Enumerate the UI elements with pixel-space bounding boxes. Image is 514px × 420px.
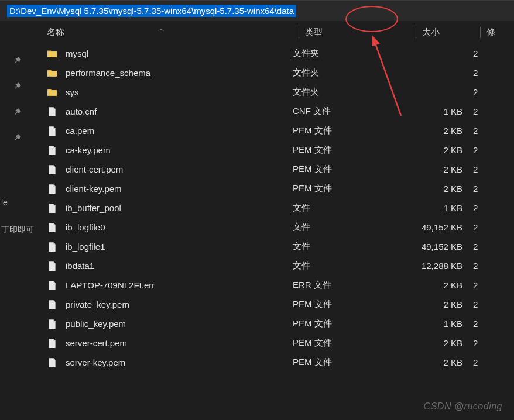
column-header-size[interactable]: 大小 [416, 27, 480, 38]
file-list[interactable]: 名称 ︿ 类型 大小 修 mysql文件夹2performance_schema… [35, 21, 514, 420]
file-type: PEM 文件 [293, 357, 410, 368]
file-row[interactable]: ibdata1文件12,288 KB2 [35, 256, 514, 276]
pin-icon [13, 133, 22, 142]
file-type: PEM 文件 [293, 164, 410, 175]
file-modified: 2 [468, 87, 486, 97]
file-modified: 2 [468, 68, 486, 78]
file-size: 2 KB [410, 145, 468, 155]
sort-indicator-icon: ︿ [158, 25, 165, 33]
file-type: 文件夹 [293, 67, 410, 78]
file-size: 2 KB [410, 280, 468, 290]
column-headers[interactable]: 名称 ︿ 类型 大小 修 [35, 21, 514, 44]
file-size: 2 KB [410, 299, 468, 309]
file-row[interactable]: ib_logfile0文件49,152 KB2 [35, 218, 514, 237]
pin-icon [13, 56, 22, 64]
file-row[interactable]: ib_buffer_pool文件1 KB2 [35, 198, 514, 218]
file-type: PEM 文件 [293, 318, 410, 329]
file-type: PEM 文件 [293, 299, 410, 310]
file-modified: 2 [468, 203, 486, 213]
file-type: PEM 文件 [293, 183, 410, 194]
file-type: 文件 [293, 202, 410, 214]
file-modified: 2 [468, 164, 486, 174]
file-icon [47, 203, 57, 214]
file-icon [47, 319, 57, 329]
file-size: 2 KB [410, 338, 468, 348]
watermark: CSDN @rucoding [424, 401, 502, 412]
file-size: 2 KB [410, 357, 468, 367]
file-modified: 2 [468, 126, 486, 136]
file-row[interactable]: server-key.pemPEM 文件2 KB2 [35, 353, 514, 372]
file-size: 1 KB [410, 203, 468, 213]
file-name: ibdata1 [66, 261, 94, 271]
file-icon [47, 357, 57, 368]
file-type: PEM 文件 [293, 144, 410, 156]
file-size: 1 KB [410, 319, 468, 329]
file-type: 文件 [293, 222, 410, 233]
file-icon [47, 299, 57, 310]
column-header-modified[interactable]: 修 [480, 27, 509, 38]
file-modified: 2 [468, 242, 486, 252]
file-modified: 2 [468, 222, 486, 232]
file-icon [47, 222, 57, 233]
file-row[interactable]: private_key.pemPEM 文件2 KB2 [35, 295, 514, 314]
column-header-name-label: 名称 [47, 27, 64, 37]
file-name: server-cert.pem [66, 338, 127, 348]
file-icon [47, 338, 57, 349]
file-row[interactable]: mysql文件夹2 [35, 44, 514, 63]
file-icon [47, 242, 57, 252]
file-name: mysql [66, 49, 88, 58]
file-modified: 2 [468, 357, 486, 367]
file-row[interactable]: performance_schema文件夹2 [35, 63, 514, 82]
file-row[interactable]: server-cert.pemPEM 文件2 KB2 [35, 333, 514, 353]
file-modified: 2 [468, 299, 486, 309]
address-bar[interactable]: D:\Dev_Env\Mysql 5.7.35\mysql-5.7.35-win… [0, 0, 514, 21]
file-name: ib_logfile0 [66, 222, 105, 232]
file-name: ca-key.pem [66, 145, 110, 155]
column-header-name[interactable]: 名称 ︿ [41, 27, 299, 38]
file-name: public_key.pem [66, 319, 126, 329]
file-name: private_key.pem [66, 299, 129, 309]
file-type: 文件 [293, 241, 410, 252]
file-row[interactable]: client-key.pemPEM 文件2 KB2 [35, 179, 514, 198]
file-row[interactable]: ca-key.pemPEM 文件2 KB2 [35, 140, 514, 160]
file-name: server-key.pem [66, 357, 125, 367]
file-name: sys [66, 87, 79, 97]
folder-icon [47, 68, 57, 78]
file-size: 49,152 KB [410, 242, 468, 252]
file-modified: 2 [468, 261, 486, 271]
file-row[interactable]: sys文件夹2 [35, 82, 514, 102]
file-size: 12,288 KB [410, 261, 468, 271]
file-name: auto.cnf [66, 106, 97, 116]
file-row[interactable]: ib_logfile1文件49,152 KB2 [35, 237, 514, 256]
path-text[interactable]: D:\Dev_Env\Mysql 5.7.35\mysql-5.7.35-win… [7, 5, 296, 17]
file-name: performance_schema [66, 68, 150, 78]
file-row[interactable]: LAPTOP-709NL2FI.errERR 文件2 KB2 [35, 276, 514, 295]
file-type: PEM 文件 [293, 125, 410, 136]
file-modified: 2 [468, 338, 486, 348]
file-row[interactable]: auto.cnfCNF 文件1 KB2 [35, 102, 514, 121]
file-type: PEM 文件 [293, 338, 410, 349]
file-size: 2 KB [410, 126, 468, 136]
left-label-1: le [1, 198, 34, 207]
file-row[interactable]: public_key.pemPEM 文件1 KB2 [35, 314, 514, 333]
pin-icon [13, 108, 22, 116]
file-type: ERR 文件 [293, 280, 410, 291]
file-type: 文件夹 [293, 87, 410, 98]
folder-icon [47, 87, 57, 98]
file-size: 49,152 KB [410, 222, 468, 232]
file-modified: 2 [468, 184, 486, 194]
file-row[interactable]: ca.pemPEM 文件2 KB2 [35, 121, 514, 140]
file-name: client-cert.pem [66, 164, 123, 174]
column-header-type[interactable]: 类型 [299, 27, 416, 38]
pin-icon [13, 82, 22, 90]
file-row[interactable]: client-cert.pemPEM 文件2 KB2 [35, 160, 514, 179]
file-name: LAPTOP-709NL2FI.err [66, 280, 155, 290]
file-name: ca.pem [66, 126, 94, 136]
file-icon [47, 184, 57, 194]
file-modified: 2 [468, 49, 486, 58]
file-size: 1 KB [410, 106, 468, 116]
file-icon [47, 261, 57, 271]
file-modified: 2 [468, 145, 486, 155]
file-icon [47, 126, 57, 136]
file-type: 文件 [293, 260, 410, 271]
